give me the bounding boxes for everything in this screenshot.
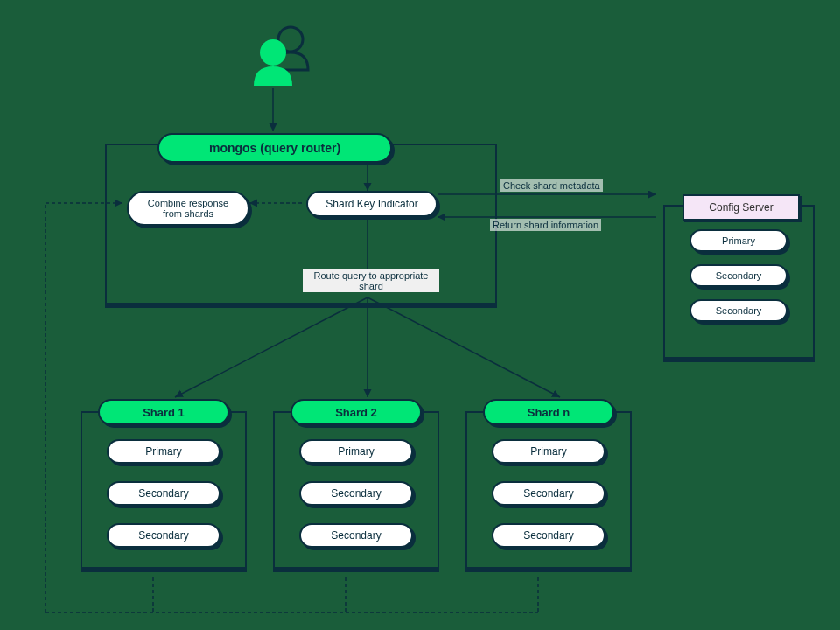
config-member-primary: Primary (690, 229, 788, 252)
shard-key-indicator-node: Shard Key Indicator (306, 191, 438, 217)
mongos-node: mongos (query router) (158, 133, 392, 163)
shard-2-primary: Primary (299, 439, 413, 464)
shard-2-secondary-2: Secondary (299, 523, 413, 548)
shard-2-secondary-1: Secondary (299, 481, 413, 506)
config-member-secondary-1: Secondary (690, 264, 788, 287)
svg-line-10 (368, 298, 560, 397)
svg-point-0 (278, 27, 303, 52)
return-info-label: Return shard information (490, 219, 601, 231)
shard-1-primary: Primary (107, 439, 220, 464)
check-metadata-label: Check shard metadata (500, 179, 603, 192)
shard-1-title: Shard 1 (98, 399, 229, 425)
svg-line-9 (175, 298, 368, 397)
combine-response-node: Combine response from shards (127, 191, 249, 226)
shard-1-secondary-1: Secondary (107, 481, 220, 506)
config-member-secondary-2: Secondary (690, 299, 788, 322)
svg-point-1 (260, 39, 286, 66)
shard-n-primary: Primary (492, 439, 606, 464)
shard-n-secondary-2: Secondary (492, 523, 606, 548)
route-query-label: Route query to appropriate shard (303, 270, 439, 292)
shard-2-title: Shard 2 (290, 399, 422, 425)
shard-n-secondary-1: Secondary (492, 481, 606, 506)
shard-n-title: Shard n (483, 399, 614, 425)
shard-1-secondary-2: Secondary (107, 523, 220, 548)
config-server-title: Config Server (682, 194, 800, 220)
